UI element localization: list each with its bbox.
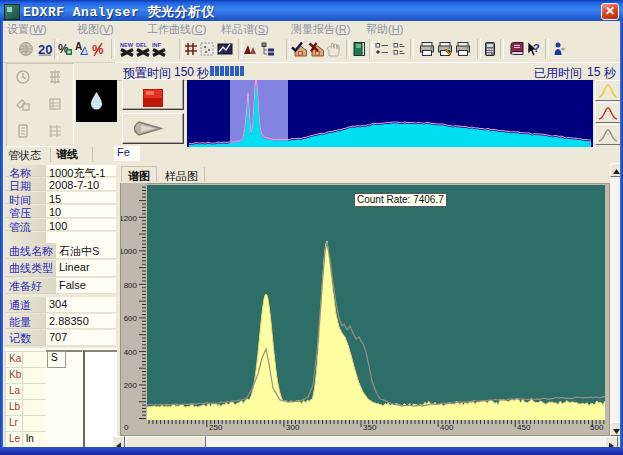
svg-text:DEL: DEL xyxy=(136,42,148,48)
svg-text:500: 500 xyxy=(590,423,604,432)
svg-text:A: A xyxy=(75,41,82,52)
svg-text:1000: 1000 xyxy=(121,247,138,256)
svg-text:0: 0 xyxy=(124,423,129,432)
svg-text:450: 450 xyxy=(517,423,531,432)
svg-text:350: 350 xyxy=(363,423,377,432)
svg-text:400: 400 xyxy=(440,423,454,432)
svg-text:NEW: NEW xyxy=(120,42,134,48)
svg-text:250: 250 xyxy=(209,423,223,432)
svg-text:?: ? xyxy=(533,42,540,54)
svg-text:INF: INF xyxy=(152,42,162,48)
svg-text:400: 400 xyxy=(124,348,138,357)
svg-text:300: 300 xyxy=(286,423,300,432)
svg-text:600: 600 xyxy=(124,314,138,323)
svg-text:1200: 1200 xyxy=(121,214,138,223)
svg-text:200: 200 xyxy=(124,381,138,390)
svg-text:800: 800 xyxy=(124,281,138,290)
